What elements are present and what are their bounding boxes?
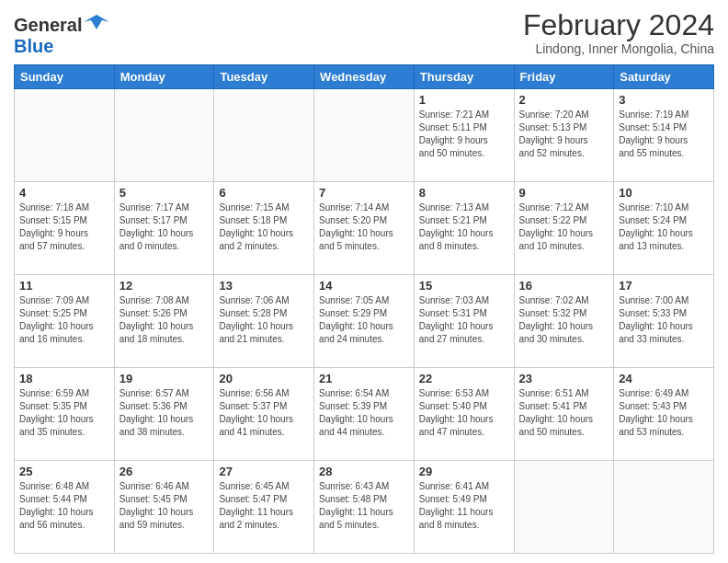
calendar-cell: 27Sunrise: 6:45 AM Sunset: 5:47 PM Dayli…: [214, 461, 314, 554]
calendar-cell: 22Sunrise: 6:53 AM Sunset: 5:40 PM Dayli…: [414, 368, 514, 461]
day-info: Sunrise: 6:59 AM Sunset: 5:35 PM Dayligh…: [19, 387, 109, 439]
calendar-cell: [15, 89, 115, 182]
day-info: Sunrise: 7:06 AM Sunset: 5:28 PM Dayligh…: [219, 294, 309, 346]
calendar-cell: 24Sunrise: 6:49 AM Sunset: 5:43 PM Dayli…: [614, 368, 714, 461]
calendar-week-row: 25Sunrise: 6:48 AM Sunset: 5:44 PM Dayli…: [15, 461, 714, 554]
calendar-cell: 13Sunrise: 7:06 AM Sunset: 5:28 PM Dayli…: [214, 275, 314, 368]
calendar-day-header: Monday: [114, 65, 214, 89]
day-number: 2: [519, 93, 609, 107]
calendar-cell: 21Sunrise: 6:54 AM Sunset: 5:39 PM Dayli…: [314, 368, 415, 461]
calendar-cell: 25Sunrise: 6:48 AM Sunset: 5:44 PM Dayli…: [15, 461, 115, 554]
calendar-cell: 17Sunrise: 7:00 AM Sunset: 5:33 PM Dayli…: [614, 275, 714, 368]
day-info: Sunrise: 6:41 AM Sunset: 5:49 PM Dayligh…: [419, 480, 509, 532]
day-number: 14: [319, 279, 409, 293]
day-info: Sunrise: 6:51 AM Sunset: 5:41 PM Dayligh…: [519, 387, 609, 439]
day-info: Sunrise: 6:54 AM Sunset: 5:39 PM Dayligh…: [319, 387, 409, 439]
day-info: Sunrise: 7:20 AM Sunset: 5:13 PM Dayligh…: [519, 109, 609, 160]
calendar-cell: 23Sunrise: 6:51 AM Sunset: 5:41 PM Dayli…: [514, 368, 614, 461]
calendar-cell: 15Sunrise: 7:03 AM Sunset: 5:31 PM Dayli…: [414, 275, 514, 368]
calendar-cell: 12Sunrise: 7:08 AM Sunset: 5:26 PM Dayli…: [114, 275, 214, 368]
svg-marker-0: [84, 15, 109, 29]
calendar-day-header: Tuesday: [214, 65, 314, 89]
day-number: 17: [619, 279, 709, 293]
day-number: 1: [419, 93, 509, 107]
day-number: 10: [619, 186, 709, 200]
day-info: Sunrise: 7:12 AM Sunset: 5:22 PM Dayligh…: [519, 201, 609, 253]
header: General Blue February 2024 Lindong, Inne…: [14, 9, 714, 57]
logo-general: General: [14, 15, 82, 36]
calendar-cell: [114, 89, 214, 182]
day-number: 22: [419, 372, 509, 385]
day-info: Sunrise: 6:45 AM Sunset: 5:47 PM Dayligh…: [219, 480, 309, 532]
day-info: Sunrise: 7:15 AM Sunset: 5:18 PM Dayligh…: [219, 201, 309, 253]
day-info: Sunrise: 7:19 AM Sunset: 5:14 PM Dayligh…: [619, 109, 709, 160]
calendar-day-header: Sunday: [15, 65, 115, 89]
page: General Blue February 2024 Lindong, Inne…: [0, 0, 728, 563]
calendar-header-row: SundayMondayTuesdayWednesdayThursdayFrid…: [15, 65, 714, 89]
day-info: Sunrise: 6:53 AM Sunset: 5:40 PM Dayligh…: [419, 387, 509, 439]
day-info: Sunrise: 7:21 AM Sunset: 5:11 PM Dayligh…: [419, 109, 509, 160]
calendar-cell: 11Sunrise: 7:09 AM Sunset: 5:25 PM Dayli…: [15, 275, 115, 368]
day-number: 4: [19, 186, 109, 200]
day-number: 23: [519, 372, 609, 385]
day-number: 20: [219, 372, 309, 385]
day-number: 11: [19, 279, 109, 293]
day-number: 18: [19, 372, 109, 385]
day-info: Sunrise: 7:03 AM Sunset: 5:31 PM Dayligh…: [419, 294, 509, 346]
day-number: 7: [319, 186, 409, 200]
calendar-cell: 2Sunrise: 7:20 AM Sunset: 5:13 PM Daylig…: [514, 89, 614, 182]
calendar-cell: 3Sunrise: 7:19 AM Sunset: 5:14 PM Daylig…: [614, 89, 714, 182]
day-info: Sunrise: 6:46 AM Sunset: 5:45 PM Dayligh…: [119, 480, 210, 532]
calendar-day-header: Saturday: [614, 65, 714, 89]
calendar-cell: 18Sunrise: 6:59 AM Sunset: 5:35 PM Dayli…: [15, 368, 115, 461]
calendar-cell: 1Sunrise: 7:21 AM Sunset: 5:11 PM Daylig…: [414, 89, 514, 182]
calendar-day-header: Friday: [514, 65, 614, 89]
calendar-week-row: 4Sunrise: 7:18 AM Sunset: 5:15 PM Daylig…: [15, 182, 714, 275]
calendar-week-row: 11Sunrise: 7:09 AM Sunset: 5:25 PM Dayli…: [15, 275, 714, 368]
calendar-cell: 6Sunrise: 7:15 AM Sunset: 5:18 PM Daylig…: [214, 182, 314, 275]
calendar-cell: [314, 89, 415, 182]
day-number: 12: [119, 279, 210, 293]
calendar-day-header: Thursday: [414, 65, 514, 89]
day-number: 24: [619, 372, 709, 385]
location: Lindong, Inner Mongolia, China: [523, 41, 714, 56]
day-number: 28: [319, 465, 409, 478]
day-info: Sunrise: 7:08 AM Sunset: 5:26 PM Dayligh…: [119, 294, 210, 346]
day-info: Sunrise: 6:49 AM Sunset: 5:43 PM Dayligh…: [619, 387, 709, 439]
calendar-cell: 20Sunrise: 6:56 AM Sunset: 5:37 PM Dayli…: [214, 368, 314, 461]
calendar-cell: 29Sunrise: 6:41 AM Sunset: 5:49 PM Dayli…: [414, 461, 514, 554]
day-number: 16: [519, 279, 609, 293]
day-info: Sunrise: 7:14 AM Sunset: 5:20 PM Dayligh…: [319, 201, 409, 253]
day-info: Sunrise: 7:17 AM Sunset: 5:17 PM Dayligh…: [119, 201, 210, 253]
calendar-cell: 5Sunrise: 7:17 AM Sunset: 5:17 PM Daylig…: [114, 182, 214, 275]
calendar-cell: 28Sunrise: 6:43 AM Sunset: 5:48 PM Dayli…: [314, 461, 415, 554]
day-info: Sunrise: 7:02 AM Sunset: 5:32 PM Dayligh…: [519, 294, 609, 346]
day-info: Sunrise: 7:18 AM Sunset: 5:15 PM Dayligh…: [19, 201, 109, 253]
calendar-cell: [514, 461, 614, 554]
day-number: 3: [619, 93, 709, 107]
day-number: 15: [419, 279, 509, 293]
calendar-cell: 8Sunrise: 7:13 AM Sunset: 5:21 PM Daylig…: [414, 182, 514, 275]
logo-blue: Blue: [14, 36, 53, 56]
title-block: February 2024 Lindong, Inner Mongolia, C…: [523, 9, 714, 56]
logo: General Blue: [14, 13, 109, 57]
day-number: 26: [119, 465, 210, 478]
day-info: Sunrise: 7:09 AM Sunset: 5:25 PM Dayligh…: [19, 294, 109, 346]
day-number: 25: [19, 465, 109, 478]
day-info: Sunrise: 6:56 AM Sunset: 5:37 PM Dayligh…: [219, 387, 309, 439]
calendar-cell: 26Sunrise: 6:46 AM Sunset: 5:45 PM Dayli…: [114, 461, 214, 554]
day-number: 8: [419, 186, 509, 200]
day-info: Sunrise: 7:13 AM Sunset: 5:21 PM Dayligh…: [419, 201, 509, 253]
calendar-table: SundayMondayTuesdayWednesdayThursdayFrid…: [14, 64, 714, 554]
day-info: Sunrise: 6:43 AM Sunset: 5:48 PM Dayligh…: [319, 480, 409, 532]
calendar-cell: 9Sunrise: 7:12 AM Sunset: 5:22 PM Daylig…: [514, 182, 614, 275]
day-number: 6: [219, 186, 309, 200]
day-info: Sunrise: 7:10 AM Sunset: 5:24 PM Dayligh…: [619, 201, 709, 253]
day-number: 13: [219, 279, 309, 293]
logo-bird-icon: [84, 13, 109, 31]
day-number: 21: [319, 372, 409, 385]
day-number: 29: [419, 465, 509, 478]
day-info: Sunrise: 6:57 AM Sunset: 5:36 PM Dayligh…: [119, 387, 210, 439]
calendar-cell: 7Sunrise: 7:14 AM Sunset: 5:20 PM Daylig…: [314, 182, 415, 275]
calendar-cell: 10Sunrise: 7:10 AM Sunset: 5:24 PM Dayli…: [614, 182, 714, 275]
